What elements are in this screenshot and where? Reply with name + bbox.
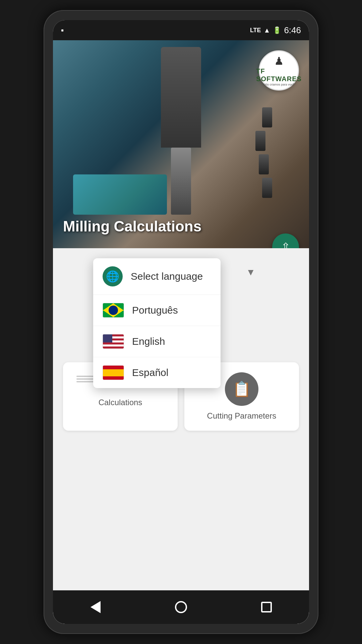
recents-icon bbox=[261, 602, 272, 612]
app-title-overlay: Milling Calculations bbox=[63, 218, 201, 235]
logo-icon: ♟ bbox=[274, 55, 284, 67]
teal-workpiece bbox=[73, 174, 167, 215]
globe-icon: 🌐 bbox=[106, 270, 119, 283]
navigation-bar bbox=[53, 590, 309, 624]
recents-button[interactable] bbox=[256, 597, 277, 617]
language-option-en[interactable]: English bbox=[93, 326, 221, 357]
cutting-parameters-label: Cutting Parameters bbox=[207, 411, 277, 421]
gear-tooth-1 bbox=[262, 107, 272, 127]
spain-yellow bbox=[103, 369, 124, 376]
dropdown-header-item: 🌐 Select language bbox=[93, 258, 221, 295]
clock: 6:46 bbox=[284, 25, 301, 36]
spanish-label: Español bbox=[132, 367, 168, 378]
share-icon: ⇧ bbox=[281, 240, 290, 248]
cutting-params-icon: 📋 bbox=[233, 380, 251, 398]
spain-bottom bbox=[103, 376, 124, 380]
home-icon bbox=[175, 601, 187, 613]
language-option-pt[interactable]: Português bbox=[93, 295, 221, 326]
portuguese-label: Português bbox=[132, 305, 178, 316]
main-content: 🌐 Select language Português bbox=[53, 248, 309, 590]
lte-badge: LTE bbox=[250, 27, 261, 34]
flag-spain bbox=[103, 365, 124, 380]
back-icon bbox=[90, 601, 101, 613]
machine-spindle bbox=[171, 148, 191, 215]
status-bar: ▪ LTE ▲ 🔋 6:46 bbox=[53, 20, 309, 40]
stripe-7 bbox=[103, 346, 124, 348]
status-left: ▪ bbox=[61, 25, 64, 35]
globe-icon-circle: 🌐 bbox=[103, 266, 123, 286]
device-frame: ▪ LTE ▲ 🔋 6:46 bbox=[44, 10, 318, 634]
gear-tooth-2 bbox=[255, 131, 265, 151]
machine-body bbox=[161, 47, 201, 148]
battery-icon: 🔋 bbox=[273, 26, 281, 34]
gear-area bbox=[242, 107, 296, 208]
brand-tagline: "Nós criamos para você" bbox=[261, 83, 297, 87]
flag-brazil bbox=[103, 303, 124, 318]
home-button[interactable] bbox=[171, 597, 191, 617]
signal-icon: ▲ bbox=[264, 26, 270, 34]
gear-tooth-3 bbox=[259, 154, 269, 174]
hero-background: ♟ TF SOFTWARES "Nós criamos para você" M… bbox=[53, 40, 309, 248]
gear-tooth-4 bbox=[262, 178, 272, 198]
language-dropdown-menu[interactable]: 🌐 Select language Português bbox=[93, 258, 221, 388]
flag-brazil-circle bbox=[109, 306, 118, 315]
app-title: Milling Calculations bbox=[63, 218, 201, 234]
brand-logo: ♟ TF SOFTWARES "Nós criamos para você" bbox=[259, 50, 299, 91]
flag-usa bbox=[103, 334, 124, 349]
cutting-params-icon-circle: 📋 bbox=[225, 372, 258, 406]
sim-icon: ▪ bbox=[61, 25, 64, 35]
usa-canton bbox=[103, 334, 112, 342]
hero-section: ♟ TF SOFTWARES "Nós criamos para você" M… bbox=[53, 40, 309, 248]
language-option-es[interactable]: Español bbox=[93, 357, 221, 388]
language-selector-container: 🌐 Select language Português bbox=[53, 255, 309, 268]
language-chevron-icon[interactable]: ▼ bbox=[246, 267, 255, 278]
screen: ▪ LTE ▲ 🔋 6:46 bbox=[53, 20, 309, 624]
back-button[interactable] bbox=[85, 597, 106, 617]
calculations-label: Calculations bbox=[99, 398, 142, 407]
status-right: LTE ▲ 🔋 6:46 bbox=[250, 25, 301, 36]
spain-top bbox=[103, 366, 124, 369]
english-label: English bbox=[132, 336, 165, 347]
brand-name: TF SOFTWARES bbox=[256, 67, 302, 83]
select-language-label: Select language bbox=[131, 271, 203, 282]
